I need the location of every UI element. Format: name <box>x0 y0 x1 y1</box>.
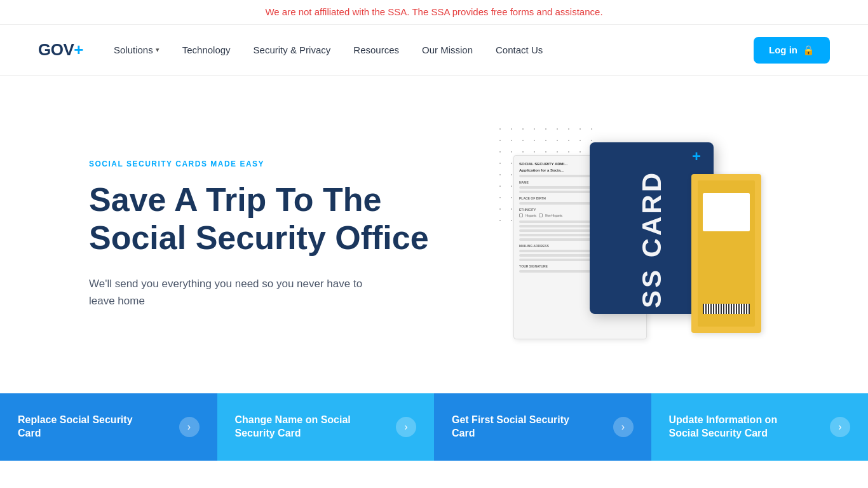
hero-subtitle: We'll send you everything you need so yo… <box>89 275 381 309</box>
ss-card-label: SS CARD <box>637 170 667 308</box>
nav-technology[interactable]: Technology <box>182 44 231 55</box>
top-banner: We are not affiliated with the SSA. The … <box>0 0 868 25</box>
nav-our-mission[interactable]: Our Mission <box>422 44 473 55</box>
service-card-label: Replace Social Security Card <box>18 414 145 440</box>
nav-contact-us[interactable]: Contact Us <box>496 44 543 55</box>
checkbox <box>539 214 543 217</box>
arrow-right-icon: › <box>830 417 850 437</box>
main-nav: Solutions ▾ Technology Security & Privac… <box>114 44 754 55</box>
service-card-label: Change Name on Social Security Card <box>235 414 362 440</box>
card-illustration: SOCIAL SECURITY ADMI... Application for … <box>494 123 768 346</box>
nav-security-privacy[interactable]: Security & Privacy <box>254 44 331 55</box>
envelope-address-label <box>703 193 750 231</box>
service-card-change-name[interactable]: Change Name on Social Security Card › <box>217 393 435 461</box>
service-card-replace[interactable]: Replace Social Security Card › <box>0 393 217 461</box>
nav-resources[interactable]: Resources <box>353 44 399 55</box>
hero-tag: SOCIAL SECURITY CARDS MADE EASY <box>89 159 445 168</box>
login-button[interactable]: Log in 🔒 <box>754 37 830 64</box>
logo[interactable]: GOV+ <box>38 40 83 60</box>
service-card-update-info[interactable]: Update Information on Social Security Ca… <box>651 393 869 461</box>
service-cards: Replace Social Security Card › Change Na… <box>0 393 868 461</box>
lock-icon: 🔒 <box>803 44 815 56</box>
checkbox-label: Non-Hispanic <box>545 214 562 217</box>
service-card-label: Get First Social Security Card <box>452 414 579 440</box>
envelope-barcode <box>703 304 750 314</box>
checkbox <box>519 214 523 217</box>
banner-text: We are not affiliated with the SSA. The … <box>265 6 602 17</box>
hero-content: SOCIAL SECURITY CARDS MADE EASY Save A T… <box>89 159 445 309</box>
nav-solutions[interactable]: Solutions ▾ <box>114 44 159 55</box>
hero-section: SOCIAL SECURITY CARDS MADE EASY Save A T… <box>0 76 868 393</box>
form-line <box>519 238 592 241</box>
service-card-label: Update Information on Social Security Ca… <box>669 414 796 440</box>
arrow-right-icon: › <box>179 417 200 437</box>
chevron-down-icon: ▾ <box>156 46 159 54</box>
checkbox-label: Hispanic <box>526 214 536 217</box>
arrow-right-icon: › <box>396 417 416 437</box>
login-label: Log in <box>769 44 797 55</box>
service-card-get-first[interactable]: Get First Social Security Card › <box>434 393 651 461</box>
hero-title: Save A Trip To The Social Security Offic… <box>89 181 445 257</box>
arrow-right-icon: › <box>613 417 634 437</box>
hero-illustration: SOCIAL SECURITY ADMI... Application for … <box>445 114 817 355</box>
envelope <box>691 174 761 333</box>
header: GOV+ Solutions ▾ Technology Security & P… <box>0 25 868 76</box>
card-plus-icon: + <box>692 147 701 165</box>
envelope-inner <box>698 180 755 327</box>
